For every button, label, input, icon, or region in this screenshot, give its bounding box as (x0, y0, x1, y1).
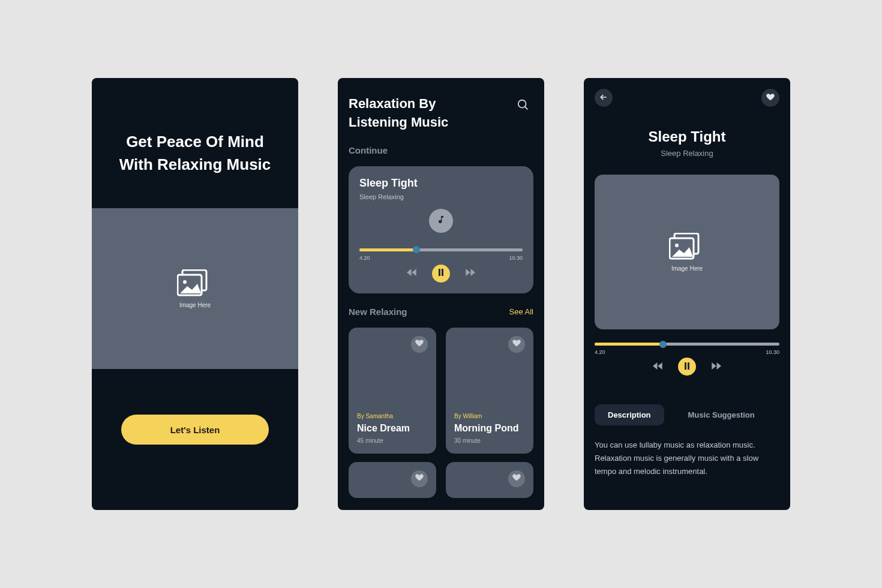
svg-point-3 (518, 100, 526, 108)
svg-rect-5 (439, 269, 440, 276)
track-author: By William (454, 413, 525, 419)
heart-icon (512, 473, 521, 484)
image-caption: Image Here (179, 302, 211, 308)
track-card[interactable]: By Samantha Nice Dream 45 minute (349, 328, 436, 454)
lets-listen-button[interactable]: Let's Listen (121, 415, 269, 445)
progress-thumb[interactable] (659, 341, 667, 348)
rewind-button[interactable] (653, 362, 664, 372)
image-caption: Image Here (671, 265, 703, 272)
detail-topbar (595, 89, 779, 107)
track-title: Morning Pond (454, 423, 525, 434)
back-button[interactable] (595, 89, 613, 107)
heart-icon (415, 339, 424, 349)
heart-icon (415, 473, 424, 484)
search-button[interactable] (513, 95, 533, 117)
player-track-subtitle: Sleep Relaxing (359, 193, 523, 200)
pause-icon (438, 269, 444, 278)
favorite-button[interactable] (508, 336, 525, 353)
time-total: 10.30 (766, 349, 779, 355)
detail-image-placeholder: Image Here (595, 175, 779, 329)
image-icon (669, 233, 705, 262)
progress-fill (595, 343, 663, 346)
progress-fill (359, 248, 416, 251)
home-title: Relaxation By Listening Music (349, 95, 448, 132)
favorite-button[interactable] (761, 89, 779, 107)
track-grid: By Samantha Nice Dream 45 minute By Will… (349, 328, 533, 454)
track-duration: 45 minute (357, 437, 428, 444)
search-icon (517, 104, 530, 113)
tab-music-suggestion[interactable]: Music Suggestion (675, 404, 768, 425)
detail-title: Sleep Tight (595, 128, 779, 145)
progress-thumb[interactable] (413, 246, 420, 253)
rewind-button[interactable] (407, 268, 418, 278)
music-note-badge (429, 209, 453, 233)
track-card[interactable]: By William Morning Pond 30 minute (446, 328, 533, 454)
time-elapsed: 4.20 (595, 349, 605, 355)
progress-times: 4.20 10.30 (359, 255, 523, 261)
svg-point-9 (675, 244, 679, 247)
continue-player-card[interactable]: Sleep Tight Sleep Relaxing 4.20 10.30 (349, 166, 533, 293)
track-grid-row2 (349, 462, 533, 498)
new-relaxing-header: New Relaxing See All (349, 307, 533, 317)
progress-track[interactable] (595, 343, 779, 346)
music-note-icon (436, 215, 446, 227)
detail-subtitle: Sleep Relaxing (595, 149, 779, 158)
progress-track[interactable] (359, 248, 523, 251)
heart-icon (512, 339, 521, 349)
favorite-button[interactable] (411, 336, 428, 353)
screen-home: Relaxation By Listening Music Continue S… (338, 78, 544, 510)
tab-description[interactable]: Description (595, 404, 664, 425)
forward-button[interactable] (710, 362, 721, 372)
progress-container: 4.20 10.30 (359, 248, 523, 261)
detail-progress-container: 4.20 10.30 (595, 343, 779, 355)
track-duration: 30 minute (454, 437, 525, 444)
favorite-button[interactable] (508, 470, 525, 487)
player-track-title: Sleep Tight (359, 177, 523, 190)
image-icon (177, 269, 213, 298)
favorite-button[interactable] (411, 470, 428, 487)
time-elapsed: 4.20 (359, 255, 370, 261)
forward-button[interactable] (464, 268, 475, 278)
continue-label: Continue (349, 145, 533, 155)
forward-icon (464, 268, 475, 278)
svg-point-2 (183, 280, 187, 284)
svg-rect-10 (685, 362, 686, 370)
time-total: 10.30 (509, 255, 523, 261)
track-card[interactable] (349, 462, 436, 498)
progress-times: 4.20 10.30 (595, 349, 779, 355)
arrow-left-icon (599, 92, 608, 104)
rewind-icon (407, 268, 418, 278)
heart-icon (766, 93, 775, 103)
svg-rect-11 (688, 362, 689, 370)
see-all-button[interactable]: See All (509, 307, 533, 316)
pause-button[interactable] (432, 265, 450, 283)
rewind-icon (653, 362, 664, 372)
svg-rect-6 (442, 269, 443, 276)
onboarding-image-placeholder: Image Here (92, 208, 298, 369)
screen-onboarding: Get Peace Of Mind With Relaxing Music Im… (92, 78, 298, 510)
svg-line-4 (525, 107, 528, 110)
detail-player-controls (595, 358, 779, 376)
new-relaxing-label: New Relaxing (349, 307, 407, 317)
track-title: Nice Dream (357, 423, 428, 434)
track-card[interactable] (446, 462, 533, 498)
pause-button[interactable] (678, 358, 696, 376)
forward-icon (710, 362, 721, 372)
detail-tabs: Description Music Suggestion (595, 404, 779, 425)
description-text: You can use lullaby music as relaxation … (595, 439, 779, 478)
screen-detail: Sleep Tight Sleep Relaxing Image Here 4.… (584, 78, 790, 510)
home-header: Relaxation By Listening Music (349, 95, 533, 132)
track-author: By Samantha (357, 413, 428, 419)
onboarding-headline: Get Peace Of Mind With Relaxing Music (92, 78, 298, 176)
player-controls (359, 265, 523, 283)
pause-icon (684, 362, 690, 371)
